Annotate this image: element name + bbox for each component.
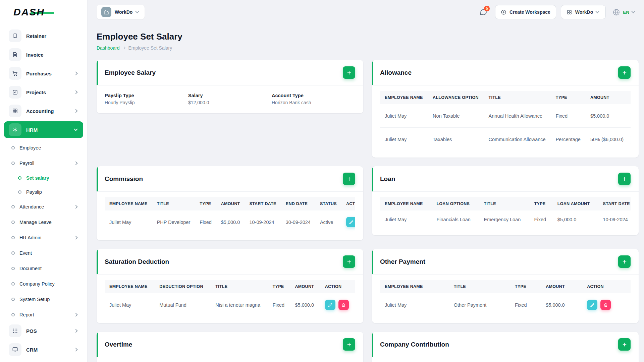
sidebar-item-label: Invoice [26, 52, 78, 58]
language-selector[interactable]: EN [610, 8, 638, 16]
delete-button[interactable] [600, 300, 611, 310]
sidebar-item-label: CRM [26, 347, 70, 353]
field-value: $12,000.0 [188, 100, 272, 105]
add-allowance-button[interactable] [618, 66, 631, 79]
column-header: TYPE [510, 280, 541, 293]
cell-allowance-option: Taxables [428, 128, 484, 151]
column-header: START DATE [245, 197, 281, 210]
add-other-payment-button[interactable] [618, 255, 631, 268]
main-area: WorkDo 0 Create Workspace WorkDo [87, 0, 644, 362]
sidebar-item-hrm[interactable]: HRM [4, 121, 83, 138]
add-overtime-button[interactable] [343, 338, 355, 351]
logo[interactable]: DASH [0, 0, 87, 24]
sidebar-item-crm[interactable]: CRM [4, 341, 83, 358]
card-body: EMPLOYEE NAME LOAN OPTIONS TITLE TYPE LO… [372, 192, 639, 235]
workspace-selector[interactable]: WorkDo [97, 5, 145, 19]
sidebar-item-hr-admin[interactable]: HR Admin [0, 230, 87, 245]
sidebar-item-invoice[interactable]: Invoice [4, 46, 83, 63]
edit-button[interactable] [346, 217, 355, 227]
plus-icon [346, 342, 352, 347]
sidebar-item-label: Employee [19, 145, 78, 150]
allowance-card: Allowance EMPLOYEE NAME ALLOWANCE OPTION [372, 60, 639, 158]
column-header: AMOUNT [541, 280, 582, 293]
sidebar-item-projects[interactable]: Projects [4, 84, 83, 101]
plus-circle-icon [501, 9, 506, 15]
sidebar-item-label: Report [19, 312, 70, 317]
cell-deduction-option: Mutual Fund [155, 293, 211, 316]
card-body: EMPLOYEE NAME ALLOWANCE OPTION TITLE TYP… [372, 85, 639, 158]
bullet-icon [11, 313, 15, 316]
column-header: DEDUCTION OPTION [155, 280, 211, 293]
cell-amount: 50% ($6,000.0) [586, 128, 629, 151]
table-row: Juliet May Financials Loan Emergency Loa… [380, 210, 631, 229]
overtime-card: Overtime [97, 332, 363, 362]
cell-start-date: 10-09-2024 [245, 210, 281, 234]
sidebar-item-purchases[interactable]: Purchases [4, 65, 83, 82]
edit-button[interactable] [587, 300, 597, 310]
sidebar-item-retainer[interactable]: Retainer [4, 27, 83, 44]
breadcrumb: Dashboard Employee Set Salary [97, 45, 639, 51]
delete-button[interactable] [338, 300, 349, 310]
chevron-down-icon [74, 127, 77, 131]
app-root: DASH Retainer Invoice Purchases [0, 0, 644, 362]
grid-icon [9, 105, 21, 117]
add-company-contribution-button[interactable] [618, 338, 631, 351]
create-workspace-button[interactable]: Create Workspace [495, 5, 556, 19]
sidebar-item-document[interactable]: Document [0, 261, 87, 276]
sidebar-item-accounting[interactable]: Accounting [4, 103, 83, 119]
plus-icon [346, 70, 352, 75]
sidebar: DASH Retainer Invoice Purchases [0, 0, 87, 362]
cell-employee-name: Juliet May [380, 210, 432, 229]
field-value: Horizon Bank cash [272, 100, 355, 105]
card-title: Other Payment [380, 258, 425, 265]
plus-icon [622, 176, 627, 182]
workdo-menu-button[interactable]: WorkDo [561, 5, 606, 19]
chevron-right-icon [74, 161, 77, 165]
cell-employee-name: Juliet May [380, 128, 428, 151]
card-body: EMPLOYEE NAME TITLE TYPE AMOUNT START DA… [97, 192, 363, 240]
sidebar-item-label: Event [19, 250, 78, 256]
cell-title: Annual Health Allowance [484, 104, 551, 128]
sidebar-item-company-policy[interactable]: Company Policy [0, 276, 87, 292]
topbar: WorkDo 0 Create Workspace WorkDo [87, 0, 644, 24]
loan-table: EMPLOYEE NAME LOAN OPTIONS TITLE TYPE LO… [380, 197, 631, 229]
edit-button[interactable] [325, 300, 335, 310]
messages-button[interactable]: 0 [476, 5, 490, 19]
breadcrumb-dashboard-link[interactable]: Dashboard [97, 45, 120, 51]
sidebar-item-system-setup[interactable]: System Setup [0, 292, 87, 307]
field-payslip-type: Payslip Type Hourly Payslip [105, 93, 188, 105]
column-header: AMOUNT [290, 280, 320, 293]
hrm-icon [9, 123, 21, 136]
notification-badge: 0 [484, 6, 490, 11]
chevron-right-icon [74, 236, 77, 239]
sidebar-item-attendance[interactable]: Attendance [0, 199, 87, 215]
sidebar-item-report[interactable]: Report [0, 307, 87, 322]
bullet-icon [11, 205, 15, 208]
card-header: Overtime [97, 332, 363, 357]
column-header: TYPE [268, 280, 290, 293]
card-title: Allowance [380, 69, 412, 76]
sidebar-item-employee[interactable]: Employee [0, 140, 87, 156]
sidebar-item-payslip[interactable]: Payslip [0, 185, 87, 199]
sidebar-item-label: Attendance [19, 204, 70, 209]
sidebar-item-set-salary[interactable]: Set salary [0, 171, 87, 185]
add-employee-salary-button[interactable] [343, 66, 355, 79]
table-row: Juliet May Non Taxable Annual Health All… [380, 104, 631, 128]
cart-icon [9, 67, 21, 80]
logo-text: DASH [13, 6, 45, 17]
add-loan-button[interactable] [618, 173, 631, 185]
workdo-menu-label: WorkDo [575, 9, 593, 15]
column-header: EMPLOYEE NAME [380, 197, 432, 210]
add-saturation-deduction-button[interactable] [343, 255, 355, 268]
cell-title: Communication Allowance [484, 128, 551, 151]
apps-grid-icon [567, 9, 572, 15]
card-header: Loan [372, 166, 639, 192]
sidebar-item-event[interactable]: Event [0, 245, 87, 261]
trash-icon [341, 303, 346, 307]
sidebar-nav: Retainer Invoice Purchases Projects [0, 24, 87, 358]
column-header: ACTION [629, 91, 631, 104]
sidebar-item-pos[interactable]: POS [4, 322, 83, 339]
sidebar-item-manage-leave[interactable]: Manage Leave [0, 215, 87, 230]
sidebar-item-payroll[interactable]: Payroll [0, 156, 87, 171]
add-commission-button[interactable] [343, 173, 355, 185]
